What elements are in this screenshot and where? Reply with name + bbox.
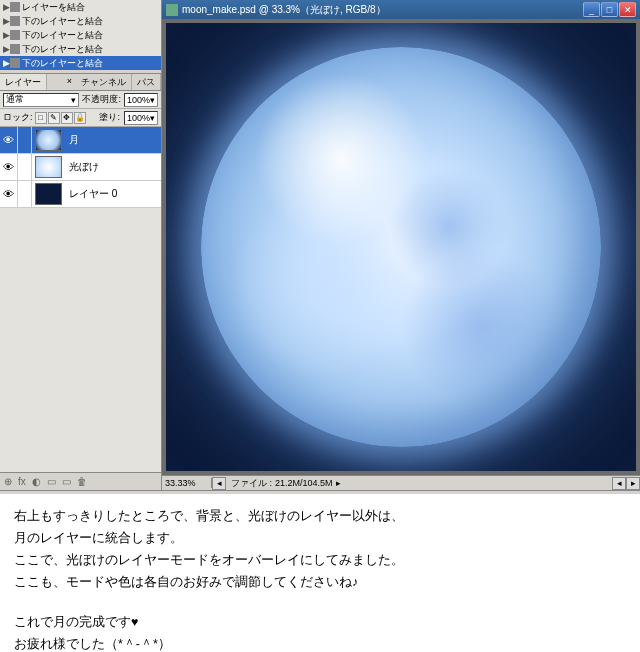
- close-button[interactable]: ✕: [619, 2, 636, 17]
- lock-position-icon[interactable]: ✥: [61, 112, 73, 124]
- close-icon[interactable]: ×: [63, 74, 76, 90]
- add-style-icon[interactable]: fx: [18, 476, 26, 487]
- blend-opacity-row: 通常▾ 不透明度: 100%▾: [0, 91, 161, 109]
- visibility-eye-icon[interactable]: 👁: [0, 127, 18, 154]
- visibility-eye-icon[interactable]: 👁: [0, 181, 18, 208]
- chevron-down-icon: ▾: [150, 95, 155, 105]
- instruction-line: ここで、光ぼけのレイヤーモードをオーバーレイにしてみました。: [14, 550, 626, 570]
- new-layer-icon[interactable]: ▭: [62, 476, 71, 487]
- merge-item-label: レイヤーを結合: [22, 1, 85, 14]
- minimize-button[interactable]: _: [583, 2, 600, 17]
- file-info: ファイル : 21.2M/104.5M ▸: [226, 477, 612, 490]
- layer-thumbnail: [35, 129, 62, 151]
- panel-tabs: レイヤー × チャンネル パス: [0, 74, 161, 91]
- instruction-line: ここも、モードや色は各自のお好みで調節してくださいね♪: [14, 572, 626, 592]
- moon-artwork: [201, 47, 601, 447]
- layer-stack-icon: [10, 16, 20, 26]
- scroll-left-button[interactable]: ◂: [612, 477, 626, 490]
- lock-fill-row: ロック: □ ✎ ✥ 🔒 塗り: 100%▾: [0, 109, 161, 127]
- chevron-right-icon: ▶: [2, 58, 10, 68]
- layer-name: 月: [65, 133, 79, 147]
- canvas-viewport[interactable]: [162, 19, 640, 475]
- layer-item-moon[interactable]: 👁 月: [0, 127, 161, 154]
- chevron-right-icon: ▶: [2, 2, 10, 12]
- layers-list: 👁 月 👁 光ぼけ 👁 レイヤー 0: [0, 127, 161, 208]
- instruction-line: 月のレイヤーに統合します。: [14, 528, 626, 548]
- merge-item[interactable]: ▶下のレイヤーと結合: [0, 28, 161, 42]
- layer-stack-icon: [10, 58, 20, 68]
- blend-mode-select[interactable]: 通常▾: [3, 93, 79, 107]
- lock-icons: □ ✎ ✥ 🔒: [35, 112, 86, 124]
- instruction-line: これで月の完成です♥: [14, 612, 626, 632]
- fill-label: 塗り:: [99, 111, 120, 124]
- file-info-value: 21.2M/104.5M: [275, 478, 333, 488]
- lock-pixels-icon[interactable]: ✎: [48, 112, 60, 124]
- instruction-line: お疲れ様でした（*＾-＾*）: [14, 634, 626, 652]
- delete-layer-icon[interactable]: 🗑: [77, 476, 87, 487]
- zoom-input[interactable]: 33.33%: [162, 478, 212, 488]
- document-titlebar[interactable]: moon_make.psd @ 33.3%（光ぼけ, RGB/8） _ □ ✕: [162, 0, 640, 19]
- scroll-right-button[interactable]: ▸: [626, 477, 640, 490]
- layer-thumbnail: [35, 156, 62, 178]
- maximize-button[interactable]: □: [601, 2, 618, 17]
- file-info-label: ファイル :: [231, 477, 272, 490]
- instructions-text: 右上もすっきりしたところで、背景と、光ぼけのレイヤー以外は、 月のレイヤーに統合…: [0, 494, 640, 652]
- layer-stack-icon: [10, 44, 20, 54]
- layer-name: 光ぼけ: [65, 160, 99, 174]
- layer-stack-icon: [10, 30, 20, 40]
- link-layers-icon[interactable]: ⊕: [4, 476, 12, 487]
- window-controls: _ □ ✕: [583, 2, 636, 17]
- merge-item[interactable]: ▶レイヤーを結合: [0, 0, 161, 14]
- left-panels: ▶レイヤーを結合 ▶下のレイヤーと結合 ▶下のレイヤーと結合 ▶下のレイヤーと結…: [0, 0, 162, 490]
- layer-item-glow[interactable]: 👁 光ぼけ: [0, 154, 161, 181]
- chevron-down-icon: ▾: [71, 95, 76, 105]
- status-scrollbar: 33.33% ◂ ファイル : 21.2M/104.5M ▸ ◂ ▸: [162, 475, 640, 490]
- layer-link-cell[interactable]: [18, 154, 32, 181]
- instruction-line: 右上もすっきりしたところで、背景と、光ぼけのレイヤー以外は、: [14, 506, 626, 526]
- merge-item[interactable]: ▶下のレイヤーと結合: [0, 42, 161, 56]
- fill-input[interactable]: 100%▾: [124, 111, 158, 125]
- chevron-right-icon: ▶: [2, 16, 10, 26]
- merge-item-label: 下のレイヤーと結合: [22, 43, 103, 56]
- document-window: moon_make.psd @ 33.3%（光ぼけ, RGB/8） _ □ ✕ …: [162, 0, 640, 490]
- blend-mode-value: 通常: [6, 93, 24, 106]
- document-icon: [166, 4, 178, 16]
- lock-all-icon[interactable]: 🔒: [74, 112, 86, 124]
- opacity-input[interactable]: 100%▾: [124, 93, 158, 107]
- workspace: ▶レイヤーを結合 ▶下のレイヤーと結合 ▶下のレイヤーと結合 ▶下のレイヤーと結…: [0, 0, 640, 490]
- layer-link-cell[interactable]: [18, 181, 32, 208]
- canvas: [166, 23, 636, 471]
- merge-item-selected[interactable]: ▶下のレイヤーと結合: [0, 56, 161, 70]
- layer-item-bg[interactable]: 👁 レイヤー 0: [0, 181, 161, 208]
- visibility-eye-icon[interactable]: 👁: [0, 154, 18, 181]
- merge-item-label: 下のレイヤーと結合: [22, 29, 103, 42]
- tab-channels[interactable]: チャンネル: [76, 74, 132, 90]
- chevron-down-icon: ▾: [150, 113, 155, 123]
- layers-panel-footer: ⊕ fx ◐ ▭ ▭ 🗑: [0, 472, 161, 490]
- layer-name: レイヤー 0: [65, 187, 117, 201]
- lock-transparency-icon[interactable]: □: [35, 112, 47, 124]
- add-mask-icon[interactable]: ◐: [32, 476, 41, 487]
- fill-value: 100%: [127, 113, 150, 123]
- scroll-left-button[interactable]: ◂: [212, 477, 226, 490]
- opacity-value: 100%: [127, 95, 150, 105]
- merge-item-label: 下のレイヤーと結合: [22, 57, 103, 70]
- chevron-right-icon: ▶: [2, 30, 10, 40]
- new-group-icon[interactable]: ▭: [47, 476, 56, 487]
- opacity-label: 不透明度:: [82, 93, 121, 106]
- layer-stack-icon: [10, 2, 20, 12]
- layer-thumbnail: [35, 183, 62, 205]
- tab-layers[interactable]: レイヤー: [0, 74, 47, 90]
- lock-label: ロック:: [3, 111, 33, 124]
- layers-panel: レイヤー × チャンネル パス 通常▾ 不透明度: 100%▾ ロック: □ ✎…: [0, 73, 161, 472]
- tab-paths[interactable]: パス: [132, 74, 161, 90]
- merge-item[interactable]: ▶下のレイヤーと結合: [0, 14, 161, 28]
- merge-menu-panel: ▶レイヤーを結合 ▶下のレイヤーと結合 ▶下のレイヤーと結合 ▶下のレイヤーと結…: [0, 0, 161, 70]
- info-menu-arrow-icon[interactable]: ▸: [336, 478, 341, 488]
- chevron-right-icon: ▶: [2, 44, 10, 54]
- document-title: moon_make.psd @ 33.3%（光ぼけ, RGB/8）: [182, 3, 386, 17]
- merge-item-label: 下のレイヤーと結合: [22, 15, 103, 28]
- layer-link-cell[interactable]: [18, 127, 32, 154]
